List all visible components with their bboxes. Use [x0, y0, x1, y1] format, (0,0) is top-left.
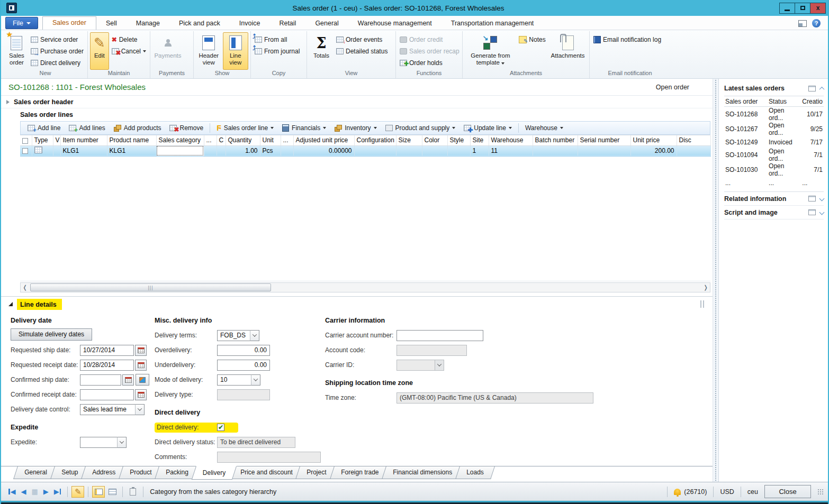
header-view-button[interactable]: Header view — [196, 32, 222, 70]
overdelivery-field[interactable]: 0.00 — [217, 345, 270, 356]
fb-row[interactable]: SO-101267 Open ord... 9/25 — [724, 122, 824, 136]
cell-serial-number[interactable] — [578, 145, 630, 156]
grid-row-1[interactable]: KLG1 KLG1 1.00 Pcs 0.00000 1 11 — [20, 145, 710, 156]
col-style[interactable]: Style — [447, 135, 470, 145]
close-button[interactable]: Close — [764, 485, 811, 498]
form-view-button[interactable] — [92, 486, 105, 498]
order-events-button[interactable]: ↓Order events — [335, 34, 389, 45]
cell-sales-category[interactable] — [156, 145, 204, 156]
add-line-button[interactable]: +Add line — [24, 122, 64, 134]
cancel-button[interactable]: ✖Cancel — [110, 45, 148, 57]
mode-of-delivery-select[interactable]: 10 — [217, 374, 260, 386]
fb-row[interactable]: SO-101268 Open ord... 10/17 — [724, 107, 824, 122]
col-product-name[interactable]: Product name — [107, 135, 156, 145]
popout-icon[interactable] — [808, 209, 816, 215]
expand-icon[interactable] — [6, 100, 10, 104]
related-information-section[interactable]: Related information — [724, 192, 824, 206]
collapse-up-icon[interactable] — [819, 86, 825, 91]
order-link[interactable]: SO-101094 — [724, 148, 768, 162]
col-dots1[interactable]: ... — [204, 135, 217, 145]
add-lines-button[interactable]: +Add lines — [65, 122, 109, 134]
tab-retail[interactable]: Retail — [269, 17, 305, 30]
cell-warehouse[interactable]: 11 — [489, 145, 533, 156]
tab-transportation-management[interactable]: Transportation management — [441, 17, 544, 30]
expand-down-icon[interactable] — [819, 196, 825, 201]
calendar-icon[interactable] — [135, 389, 147, 400]
direct-delivery-button[interactable]: Direct delivery — [29, 57, 85, 68]
first-record-button[interactable]: ◀ — [5, 488, 19, 496]
col-configuration[interactable]: Configuration — [354, 135, 396, 145]
from-journal-button[interactable]: ⤴From journal — [253, 45, 301, 57]
from-all-button[interactable]: ⤴From all — [253, 34, 301, 45]
currency-indicator[interactable]: USD — [720, 488, 734, 496]
maximize-button[interactable] — [795, 3, 810, 14]
splitter-grip[interactable] — [700, 300, 707, 308]
popout-icon[interactable] — [808, 196, 816, 201]
sales-order-button[interactable]: ★ Sales order — [5, 32, 28, 70]
grid-view-nav-button[interactable]: ▦ — [29, 488, 41, 496]
fb-row[interactable]: SO-101249 Invoiced 7/17 — [724, 136, 824, 148]
cell-unit-price[interactable]: 200.00 — [630, 145, 677, 156]
purchase-order-button[interactable]: →Purchase order — [29, 45, 85, 57]
sales-order-line-menu[interactable]: ϜSales order line — [213, 122, 277, 134]
cell-quantity[interactable]: 1.00 — [226, 145, 260, 156]
confirm-dates-button[interactable] — [136, 374, 149, 386]
requested-ship-date-field[interactable]: 10/27/2014 — [80, 345, 134, 356]
cell-size[interactable] — [396, 145, 422, 156]
file-menu-button[interactable]: File — [5, 17, 38, 29]
order-link[interactable]: SO-101030 — [724, 162, 768, 177]
detailed-status-button[interactable]: Detailed status — [335, 45, 389, 57]
tab-loads[interactable]: Loads — [455, 466, 495, 479]
line-view-button[interactable]: Line view — [223, 32, 249, 70]
notes-button[interactable]: Notes — [517, 34, 547, 45]
tab-financial-dimensions[interactable]: Financial dimensions — [382, 466, 463, 479]
company-indicator[interactable]: ceu — [747, 488, 758, 496]
previous-record-button[interactable]: ◀ — [19, 488, 29, 496]
col-unit[interactable]: Unit — [260, 135, 281, 145]
scroll-thumb[interactable]: ||| — [30, 283, 271, 291]
scroll-right-arrow[interactable]: ❭ — [701, 284, 710, 291]
layout-icon[interactable] — [798, 20, 807, 27]
simulate-delivery-dates-button[interactable]: Simulate delivery dates — [11, 328, 92, 341]
line-details-header[interactable]: Line details — [1, 297, 713, 309]
tab-manage[interactable]: Manage — [127, 17, 169, 30]
attach-button[interactable] — [127, 486, 139, 498]
tab-pick-and-pack[interactable]: Pick and pack — [169, 17, 230, 30]
cell-configuration[interactable] — [354, 145, 396, 156]
next-record-button[interactable]: ▶ — [41, 488, 51, 496]
order-link[interactable]: SO-101267 — [724, 122, 768, 136]
generate-from-template-button[interactable]: ↘ Generate from template — [465, 32, 516, 70]
requested-receipt-date-field[interactable]: 10/28/2014 — [80, 360, 134, 371]
grid-view-button[interactable] — [106, 486, 119, 498]
cell-site[interactable]: 1 — [470, 145, 489, 156]
email-notification-log-button[interactable]: Email notification log — [592, 34, 663, 45]
tab-invoice[interactable]: Invoice — [230, 17, 270, 30]
resize-grip[interactable] — [817, 489, 824, 495]
col-batch-number[interactable]: Batch number — [533, 135, 578, 145]
cell-adjusted-unit-price[interactable]: 0.00000 — [293, 145, 354, 156]
expand-down-icon[interactable] — [819, 210, 825, 215]
tab-delivery[interactable]: Delivery — [192, 466, 237, 480]
tab-warehouse-management[interactable]: Warehouse management — [348, 17, 441, 30]
confirmed-ship-date-field[interactable] — [80, 374, 121, 386]
calendar-icon[interactable] — [135, 360, 147, 371]
attachments-button[interactable]: Attachments — [549, 32, 587, 70]
col-adjusted-unit-price[interactable]: Adjusted unit price — [293, 135, 354, 145]
fb-row[interactable]: SO-101030 Open ord... 7/1 — [724, 162, 824, 177]
cell-unit[interactable]: Pcs — [260, 145, 281, 156]
direct-delivery-checkbox[interactable]: ✔ — [217, 424, 224, 431]
edit-button[interactable]: ✎ Edit — [90, 32, 109, 70]
cell-color[interactable] — [422, 145, 447, 156]
cell-product-name[interactable]: KLG1 — [107, 145, 156, 156]
panel-splitter[interactable] — [713, 79, 719, 482]
product-and-supply-menu[interactable]: Product and supply — [382, 122, 459, 134]
alerts-bell-icon[interactable] — [674, 489, 681, 495]
service-order-button[interactable]: Service order — [29, 34, 85, 45]
carrier-account-number-field[interactable] — [397, 330, 483, 341]
tab-sell[interactable]: Sell — [96, 17, 127, 30]
order-holds-button[interactable]: ✚Order holds — [398, 57, 461, 68]
col-unit-price[interactable]: Unit price — [630, 135, 677, 145]
collapse-icon[interactable] — [8, 302, 13, 306]
warehouse-menu[interactable]: Warehouse — [521, 122, 567, 134]
tab-price-and-discount[interactable]: Price and discount — [229, 466, 304, 479]
